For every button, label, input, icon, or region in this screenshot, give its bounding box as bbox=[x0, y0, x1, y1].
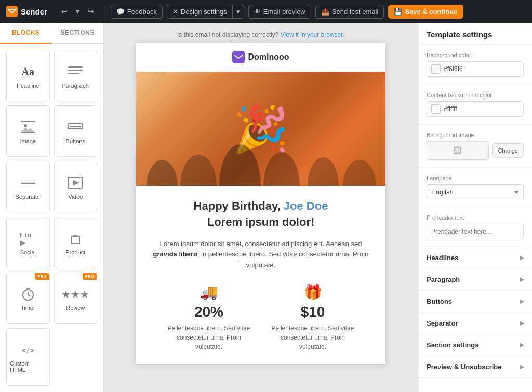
svg-rect-2 bbox=[68, 70, 83, 71]
tab-blocks[interactable]: Blocks bbox=[0, 23, 52, 44]
change-bg-image-button[interactable]: Change bbox=[492, 143, 524, 158]
language-select[interactable]: English Spanish French German bbox=[427, 184, 524, 199]
accordion-preview-unsubscribe-label: Preview & Unsubscribe bbox=[427, 363, 502, 371]
svg-line-15 bbox=[28, 295, 30, 296]
logo-text: Sender bbox=[21, 7, 47, 16]
accordion-separator: Separator ▶ bbox=[418, 313, 532, 334]
feedback-button[interactable]: 💬 Feedback bbox=[111, 5, 163, 19]
blocks-grid: Aa Headline Paragraph Image Buttons bbox=[0, 44, 103, 392]
block-custom-html[interactable]: </> Custom HTML bbox=[6, 328, 50, 386]
block-product[interactable]: Product bbox=[54, 217, 98, 268]
topbar-text: Is this email not displaying correctly? bbox=[177, 31, 281, 38]
bg-color-row[interactable]: #f6f6f6 bbox=[427, 61, 524, 77]
email-frame: Dominooo 🎉 bbox=[136, 43, 385, 364]
block-timer[interactable]: PRO Timer bbox=[6, 273, 50, 324]
accordion-section-settings-label: Section settings bbox=[427, 341, 478, 349]
video-icon bbox=[67, 176, 84, 191]
accordion-buttons-arrow: ▶ bbox=[520, 298, 524, 305]
block-paragraph[interactable]: Paragraph bbox=[54, 50, 98, 101]
timer-pro-badge: PRO bbox=[35, 273, 49, 280]
topbar-link[interactable]: View it in your browser. bbox=[281, 31, 344, 38]
canvas-topbar: Is this email not displaying correctly? … bbox=[177, 28, 344, 43]
accordion-paragraph-header[interactable]: Paragraph ▶ bbox=[418, 269, 532, 290]
block-headline[interactable]: Aa Headline bbox=[6, 50, 50, 101]
accordion-separator-arrow: ▶ bbox=[520, 320, 524, 327]
timer-icon bbox=[20, 287, 36, 302]
headline-icon: Aa bbox=[20, 65, 36, 79]
review-label: Review bbox=[66, 305, 85, 311]
accordion-headlines-arrow: ▶ bbox=[520, 254, 524, 261]
bg-image-placeholder: 🖼 bbox=[427, 141, 489, 160]
redo-button[interactable]: ↪ bbox=[84, 5, 98, 18]
save-label: Save & continue bbox=[405, 8, 457, 16]
accordion-headlines-label: Headlines bbox=[427, 254, 458, 262]
logo: Sender bbox=[6, 6, 47, 17]
bg-color-label: Background color bbox=[427, 52, 524, 58]
undo-button[interactable]: ↩ bbox=[58, 5, 71, 18]
content-bg-row[interactable]: #ffffff bbox=[427, 101, 524, 117]
svg-point-23 bbox=[343, 160, 376, 186]
block-social[interactable]: f in ▶ Social bbox=[6, 217, 50, 268]
left-panel: Blocks Sections Aa Headline Paragraph Im… bbox=[0, 23, 104, 392]
accordion-preview-unsubscribe-header[interactable]: Preview & Unsubscribe ▶ bbox=[418, 356, 532, 377]
bg-color-swatch bbox=[431, 64, 441, 74]
accordion-headlines: Headlines ▶ bbox=[418, 247, 532, 269]
block-video[interactable]: Video bbox=[54, 161, 98, 212]
email-hero-image: 🎉 bbox=[136, 72, 385, 186]
accordion-paragraph-arrow: ▶ bbox=[520, 276, 524, 283]
block-image[interactable]: Image bbox=[6, 105, 50, 157]
design-settings-group: ✕ Design settings ▾ bbox=[167, 5, 244, 19]
block-buttons[interactable]: Buttons bbox=[54, 105, 98, 157]
separator-icon bbox=[20, 176, 36, 191]
preheader-input[interactable] bbox=[427, 224, 524, 239]
timer-label: Timer bbox=[21, 305, 35, 311]
email-offers: 🚚 20% Pellentesque libero. Sed vitae con… bbox=[153, 283, 369, 352]
svg-rect-7 bbox=[70, 126, 81, 127]
svg-point-19 bbox=[180, 155, 217, 186]
custom-html-label: Custom HTML bbox=[10, 360, 46, 373]
design-settings-button[interactable]: ✕ Design settings bbox=[167, 5, 232, 19]
svg-rect-1 bbox=[68, 66, 83, 68]
custom-html-icon: </> bbox=[20, 343, 36, 357]
send-icon: 📤 bbox=[321, 8, 329, 16]
send-test-button[interactable]: 📤 Send test email bbox=[315, 5, 384, 19]
accordion-separator-header[interactable]: Separator ▶ bbox=[418, 313, 532, 334]
email-logo-text: Dominooo bbox=[248, 52, 289, 62]
product-label: Product bbox=[65, 249, 85, 255]
image-icon bbox=[20, 120, 36, 135]
design-settings-dropdown[interactable]: ▾ bbox=[232, 5, 244, 19]
svg-point-20 bbox=[219, 144, 261, 186]
email-logo: Dominooo bbox=[144, 51, 377, 63]
send-test-label: Send test email bbox=[332, 8, 379, 16]
social-icon: f in ▶ bbox=[20, 232, 36, 246]
preview-icon: 👁 bbox=[254, 8, 261, 16]
save-icon: 💾 bbox=[394, 8, 402, 16]
accordion-headlines-header[interactable]: Headlines ▶ bbox=[418, 247, 532, 268]
accordion-buttons-header[interactable]: Buttons ▶ bbox=[418, 291, 532, 312]
email-preview-label: Email preview bbox=[263, 8, 305, 16]
email-preview-button[interactable]: 👁 Email preview bbox=[248, 5, 311, 19]
block-review[interactable]: PRO ★★★ Review bbox=[54, 273, 98, 324]
headline-label: Headline bbox=[17, 83, 39, 89]
design-icon: ✕ bbox=[172, 8, 178, 16]
separator-label: Separator bbox=[16, 194, 41, 200]
video-label: Video bbox=[68, 194, 83, 200]
buttons-icon bbox=[67, 120, 84, 135]
save-continue-button[interactable]: 💾 Save & continue bbox=[388, 5, 463, 19]
block-separator[interactable]: Separator bbox=[6, 161, 50, 212]
undo-dropdown-button[interactable]: ▾ bbox=[72, 5, 83, 18]
design-settings-label: Design settings bbox=[181, 8, 227, 16]
tab-sections[interactable]: Sections bbox=[52, 23, 104, 44]
image-label: Image bbox=[20, 138, 36, 144]
tabs-row: Blocks Sections bbox=[0, 23, 103, 44]
content-bg-swatch bbox=[431, 104, 441, 114]
review-icon: ★★★ bbox=[67, 287, 84, 302]
preheader-label: Preheader text bbox=[427, 214, 524, 221]
svg-rect-17 bbox=[232, 51, 245, 63]
bg-image-section: Background image 🖼 Change bbox=[418, 125, 532, 168]
settings-title: Template settings bbox=[418, 23, 532, 45]
feedback-label: Feedback bbox=[127, 8, 157, 16]
bg-image-row: 🖼 Change bbox=[427, 141, 524, 160]
svg-point-22 bbox=[308, 157, 339, 186]
accordion-section-settings-header[interactable]: Section settings ▶ bbox=[418, 334, 532, 356]
